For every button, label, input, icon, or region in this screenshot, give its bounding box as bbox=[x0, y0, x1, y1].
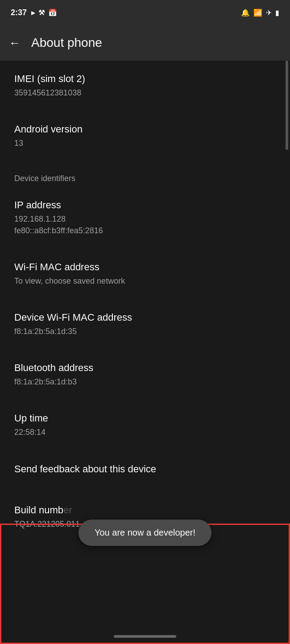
mute-icon: 🔔 bbox=[241, 8, 250, 17]
bluetooth-icon: ▸ bbox=[31, 8, 35, 17]
battery-icon: ▮ bbox=[275, 8, 279, 17]
airplane-icon: ✈ bbox=[266, 8, 272, 17]
wrench-icon: ⚒ bbox=[38, 8, 45, 17]
device-wifi-mac-value: f8:1a:2b:5a:1d:35 bbox=[14, 326, 276, 337]
bottom-nav-indicator bbox=[114, 635, 176, 638]
ip-address-title: IP address bbox=[14, 199, 276, 211]
setting-send-feedback[interactable]: Send feedback about this device bbox=[0, 451, 290, 490]
setting-up-time[interactable]: Up time 22:58:14 bbox=[0, 400, 290, 450]
calendar-icon: 📅 bbox=[48, 8, 57, 17]
scrollbar[interactable] bbox=[286, 61, 288, 150]
page-title: About phone bbox=[31, 36, 102, 50]
setting-android-version[interactable]: Android version 13 bbox=[0, 111, 290, 161]
device-identifiers-section-label: Device identifiers bbox=[0, 161, 290, 187]
build-number-title: Build number bbox=[14, 504, 276, 516]
android-version-value: 13 bbox=[14, 138, 276, 149]
bluetooth-address-title: Bluetooth address bbox=[14, 362, 276, 374]
wifi-icon: 📶 bbox=[253, 8, 262, 17]
setting-bluetooth-address[interactable]: Bluetooth address f8:1a:2b:5a:1d:b3 bbox=[0, 350, 290, 400]
android-version-title: Android version bbox=[14, 124, 276, 135]
developer-toast: You are now a developer! bbox=[79, 520, 211, 546]
toast-overlay: You are now a developer! bbox=[79, 520, 211, 546]
setting-device-wifi-mac[interactable]: Device Wi-Fi MAC address f8:1a:2b:5a:1d:… bbox=[0, 299, 290, 350]
top-bar: ← About phone bbox=[0, 25, 290, 61]
up-time-title: Up time bbox=[14, 413, 276, 424]
send-feedback-title: Send feedback about this device bbox=[14, 463, 276, 475]
status-bar: 2:37 ▸ ⚒ 📅 🔔 📶 ✈ ▮ bbox=[0, 0, 290, 25]
setting-imei-sim2[interactable]: IMEI (sim slot 2) 359145612381038 bbox=[0, 61, 290, 111]
content-area: IMEI (sim slot 2) 359145612381038 Androi… bbox=[0, 61, 290, 548]
imei-sim2-title: IMEI (sim slot 2) bbox=[14, 73, 276, 85]
bluetooth-address-value: f8:1a:2b:5a:1d:b3 bbox=[14, 376, 276, 388]
device-wifi-mac-title: Device Wi-Fi MAC address bbox=[14, 312, 276, 323]
wifi-mac-value: To view, choose saved network bbox=[14, 276, 276, 287]
setting-wifi-mac[interactable]: Wi-Fi MAC address To view, choose saved … bbox=[0, 249, 290, 299]
setting-ip-address[interactable]: IP address 192.168.1.128fe80::a8cf:b3ff:… bbox=[0, 187, 290, 248]
time-display: 2:37 bbox=[11, 8, 27, 17]
back-button[interactable]: ← bbox=[9, 36, 21, 50]
up-time-value: 22:58:14 bbox=[14, 427, 276, 438]
wifi-mac-title: Wi-Fi MAC address bbox=[14, 261, 276, 273]
imei-sim2-value: 359145612381038 bbox=[14, 87, 276, 99]
ip-address-value: 192.168.1.128fe80::a8cf:b3ff:fea5:2816 bbox=[14, 214, 276, 236]
